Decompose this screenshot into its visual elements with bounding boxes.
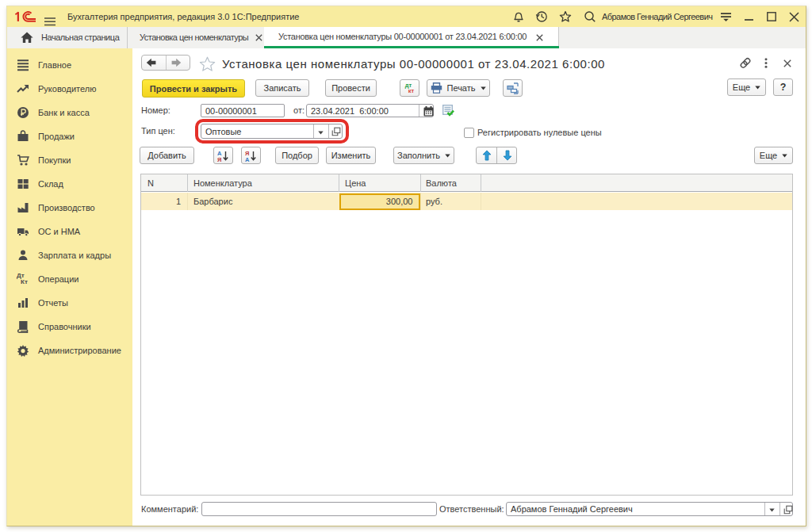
svg-text:А: А xyxy=(245,155,250,162)
svg-text:Я: Я xyxy=(217,155,221,162)
